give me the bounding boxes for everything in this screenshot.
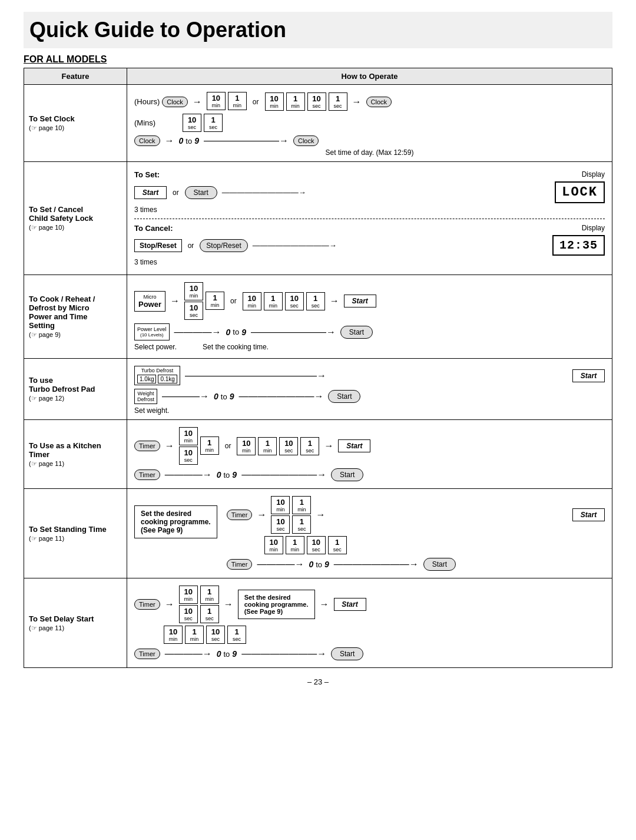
set-time-label: Set time of day. (Max 12:59) [134, 148, 605, 157]
start-oval-cook: Start [340, 326, 373, 339]
table-row: To useTurbo Defrost Pad (☞ page 12) Turb… [24, 359, 612, 420]
start-btn-cook: Start [344, 295, 376, 307]
hours-label: (Hours) [134, 97, 160, 106]
timer-btn-stand-2: Timer [227, 559, 253, 570]
feature-ref-6: (☞ page 11) [29, 535, 64, 542]
stop-reset-btn: Stop/Reset [134, 239, 182, 252]
or-text-3: or [188, 242, 194, 250]
how-kitchen-timer: Timer → 10min 10sec 1min or 10min 1min 1… [127, 420, 612, 489]
display-label-1: Display [582, 170, 605, 178]
feature-delay-start: To Set Delay Start (☞ page 11) [24, 578, 127, 668]
how-turbo-defrost: Turbo Defrost 1.0kg 0.1kg ——————————————… [127, 359, 612, 420]
feature-ref: (☞ page 10) [29, 124, 64, 131]
set-cook-time-label: Set the cooking time. [203, 343, 269, 351]
feature-turbo-defrost: To useTurbo Defrost Pad (☞ page 12) [24, 359, 127, 420]
feature-cook: To Cook / Reheat /Defrost by MicroPower … [24, 275, 127, 359]
start-oval-timer: Start [331, 468, 363, 481]
operation-table: Feature How to Operate To Set Clock (☞ p… [24, 68, 612, 668]
how-cook: Micro Power → 10min 10sec 1min or 10min … [127, 275, 612, 359]
table-row: To Set Clock (☞ page 10) (Hours) Clock →… [24, 85, 612, 162]
set-weight-label: Set weight. [134, 406, 605, 415]
col-how-header: How to Operate [127, 68, 612, 85]
nine-label: 9 [194, 136, 199, 145]
timer-btn-2: Timer [134, 469, 160, 480]
table-row: To Set Delay Start (☞ page 11) Timer → 1… [24, 578, 612, 668]
feature-title-6: To Set Standing Time [29, 525, 107, 534]
feature-ref-7: (☞ page 11) [29, 624, 64, 631]
mins-label: (Mins) [134, 118, 155, 127]
start-oval-1: Start [185, 186, 217, 199]
feature-title-7: To Set Delay Start [29, 614, 94, 623]
clock-btn-3: Clock [134, 135, 160, 146]
page-title: Quick Guide to Operation [24, 12, 612, 48]
or-text-2: or [173, 188, 179, 197]
table-row: To Use as a Kitchen Timer (☞ page 11) Ti… [24, 420, 612, 489]
zero-label: 0 [179, 136, 184, 145]
start-btn-standing: Start [572, 508, 605, 521]
page-number: – 23 – [24, 677, 612, 686]
or-text: or [253, 98, 259, 106]
time-display: 12:35 [552, 235, 605, 256]
lock-display: LOCK [555, 181, 605, 203]
set-cooking-prog-delay: Set the desired cooking programme. (See … [238, 590, 315, 619]
table-row: To Set / CancelChild Safety Lock (☞ page… [24, 162, 612, 275]
col-feature-header: Feature [24, 68, 127, 85]
set-cooking-prog-box: Set the desired cooking programme. (See … [134, 505, 217, 538]
feature-title: To Set Clock [29, 114, 75, 123]
how-set-clock: (Hours) Clock → 10min 1min or 10min 1min… [127, 85, 612, 162]
to-set-label: To Set: [134, 170, 160, 179]
clock-btn-4: Clock [293, 135, 319, 146]
start-oval-delay: Start [331, 647, 363, 660]
see-page-label: (See Page 9) [141, 526, 211, 534]
set-desired-label: Set the desired [141, 510, 211, 518]
clock-btn-1: Clock [162, 97, 188, 107]
feature-set-clock: To Set Clock (☞ page 10) [24, 85, 127, 162]
how-standing-time: Set the desired cooking programme. (See … [127, 489, 612, 578]
cooking-prog-label: cooking programme. [141, 518, 211, 526]
stop-reset-oval: Stop/Reset [200, 239, 247, 252]
feature-ref-2: (☞ page 10) [29, 224, 64, 231]
arrow-2: → [352, 97, 362, 107]
timer-btn-delay-2: Timer [134, 649, 160, 659]
feature-title-4: To useTurbo Defrost Pad [29, 376, 95, 393]
feature-title-3: To Cook / Reheat /Defrost by MicroPower … [29, 295, 95, 330]
timer-btn-1: Timer [134, 441, 160, 451]
feature-title-5: To Use as a Kitchen Timer [29, 441, 101, 459]
display-label-2: Display [582, 224, 605, 232]
three-times-label-2: 3 times [134, 258, 605, 266]
select-power-label: Select power. [134, 343, 177, 351]
how-child-lock: To Set: Display Start or Start —————————… [127, 162, 612, 275]
feature-ref-5: (☞ page 11) [29, 460, 64, 467]
start-btn-timer: Start [338, 439, 370, 452]
three-times-label-1: 3 times [134, 206, 605, 214]
long-arrow-2: ——————————→ [253, 241, 548, 250]
start-oval-standing: Start [423, 558, 456, 571]
start-btn-delay: Start [334, 598, 366, 611]
start-btn-defrost: Start [572, 369, 605, 382]
arrow-1: → [193, 97, 202, 107]
long-arrow-1: ——————————→ [222, 188, 551, 197]
start-oval-defrost: Start [328, 390, 360, 403]
clock-btn-2: Clock [366, 97, 392, 107]
timer-btn-delay-1: Timer [134, 599, 160, 610]
feature-title-2: To Set / CancelChild Safety Lock [29, 205, 93, 223]
to-cancel-label: To Cancel: [134, 224, 173, 233]
subtitle: FOR ALL MODELS [24, 54, 612, 65]
start-btn-1: Start [134, 186, 167, 199]
feature-ref-3: (☞ page 9) [29, 331, 61, 338]
feature-child-lock: To Set / CancelChild Safety Lock (☞ page… [24, 162, 127, 275]
feature-standing-time: To Set Standing Time (☞ page 11) [24, 489, 127, 578]
how-delay-start: Timer → 10min 10sec 1min 1sec → Set the … [127, 578, 612, 668]
table-row: To Cook / Reheat /Defrost by MicroPower … [24, 275, 612, 359]
feature-ref-4: (☞ page 12) [29, 395, 64, 402]
table-row: To Set Standing Time (☞ page 11) Set the… [24, 489, 612, 578]
timer-btn-stand-1: Timer [227, 510, 253, 520]
feature-kitchen-timer: To Use as a Kitchen Timer (☞ page 11) [24, 420, 127, 489]
